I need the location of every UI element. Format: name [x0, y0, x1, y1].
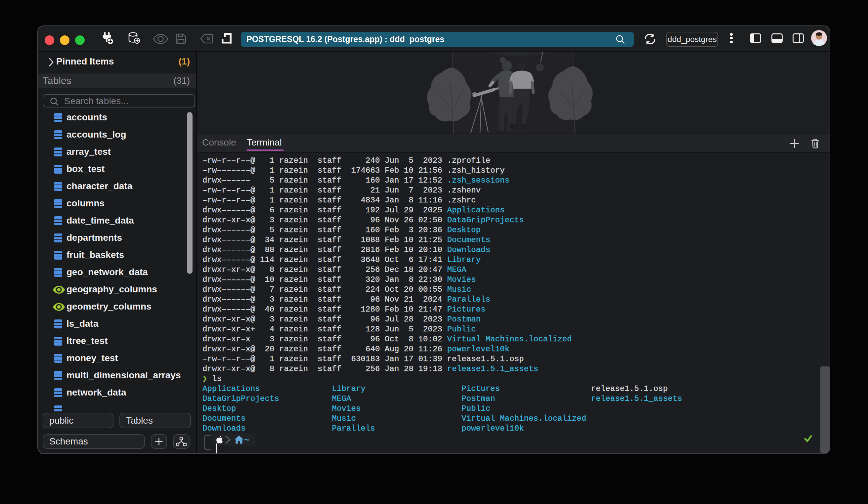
- svg-text:~: ~: [244, 435, 249, 445]
